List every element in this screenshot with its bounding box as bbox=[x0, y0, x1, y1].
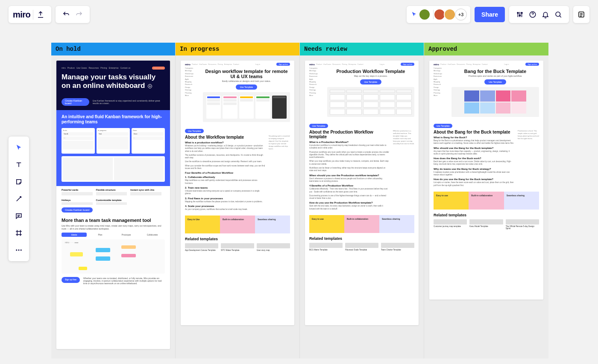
tabs: Ideate Plan Prototype Collaborate bbox=[62, 233, 165, 237]
template-preview bbox=[451, 87, 539, 117]
notes-button[interactable] bbox=[573, 6, 589, 23]
feature-tiles: Easy to use Built-in collaboration Seaml… bbox=[305, 215, 419, 233]
sticky-note-tool[interactable] bbox=[9, 173, 29, 190]
actions-group bbox=[509, 6, 569, 23]
cursor-icon bbox=[411, 11, 418, 18]
avatar[interactable] bbox=[419, 9, 431, 20]
avatar[interactable] bbox=[444, 9, 456, 20]
about-title: About the Production Workflow template bbox=[309, 130, 390, 139]
mindmap-preview: miro · · · · ●●● bbox=[62, 239, 165, 274]
card-title: Bang for the Buck Template bbox=[451, 69, 539, 74]
card-sub: Prioritize epics and stories as part of … bbox=[451, 75, 539, 77]
card-bang-for-buck[interactable]: miroProductUseCasesResourcesPricingEnter… bbox=[429, 61, 543, 300]
related-title: Related templates bbox=[185, 237, 290, 241]
blue-heading: An intuitive and fluid Kanban framework … bbox=[62, 114, 165, 125]
use-template-btn: Use Template bbox=[484, 79, 506, 84]
kanban-board[interactable]: On hold miroProductUse CasesResourcesPri… bbox=[51, 43, 548, 358]
select-tool[interactable] bbox=[9, 139, 29, 156]
help-icon[interactable] bbox=[526, 8, 539, 21]
share-button[interactable]: Share bbox=[475, 7, 505, 22]
comment-tool[interactable] bbox=[9, 207, 29, 224]
use-template-btn: Use Template bbox=[360, 79, 381, 84]
section2-sub: Use Miro with your team to create using … bbox=[62, 224, 165, 230]
undo-icon[interactable] bbox=[60, 8, 73, 21]
frame-tool[interactable] bbox=[9, 224, 29, 242]
hero-title: Manage your tasks visually on an online … bbox=[62, 73, 165, 90]
svg-point-3 bbox=[16, 250, 17, 251]
related-title: Related templates bbox=[434, 213, 539, 217]
svg-point-1 bbox=[556, 12, 560, 17]
upload-icon[interactable] bbox=[34, 8, 47, 21]
card-sub: Map out the key steps in a process. bbox=[327, 75, 414, 77]
card-title: Design workflow template for remote UI &… bbox=[203, 69, 290, 79]
left-toolbar bbox=[9, 137, 29, 261]
app-logo[interactable]: miro bbox=[13, 10, 33, 20]
kanban-preview: To doTask A···· In progressTask DoneDone… bbox=[62, 128, 165, 154]
avatar-overflow[interactable]: +3 bbox=[455, 9, 467, 20]
notifications-icon[interactable] bbox=[539, 8, 552, 21]
undo-redo-group bbox=[56, 6, 90, 23]
column-on-hold[interactable]: On hold miroProductUse CasesResourcesPri… bbox=[51, 43, 176, 358]
card-sub: Easily collaborate on designs and track … bbox=[203, 80, 290, 82]
card-kanban-landing[interactable]: miroProductUse CasesResourcesPricingEnte… bbox=[56, 61, 170, 349]
play-icon bbox=[148, 84, 152, 88]
about-title: About the Workflow template bbox=[185, 135, 265, 140]
sidebar-nav: CategoriesMeetingsWorkshopsBrainstormAgi… bbox=[434, 67, 448, 117]
search-icon[interactable] bbox=[552, 8, 565, 21]
sidebar-nav: CategoriesMeetingsWorkshopsBrainstormAgi… bbox=[309, 67, 324, 117]
sidebar-nav: CategoriesMeetingsWorkshopsBrainstormAgi… bbox=[185, 67, 199, 122]
signup-btn: Sign up free bbox=[62, 277, 80, 283]
topbar: miro +3 Share bbox=[0, 5, 598, 24]
column-header[interactable]: In progress bbox=[176, 43, 299, 55]
features: Powerful cards Flexible structure Instan… bbox=[56, 186, 170, 207]
about-title: About the Bang for the Buck template bbox=[434, 130, 514, 134]
footer-para: Whether your teams are co-located, distr… bbox=[83, 277, 165, 285]
column-header[interactable]: Needs review bbox=[300, 43, 424, 55]
template-preview bbox=[327, 87, 414, 117]
card-production-workflow[interactable]: miroProductUseCasesResourcesPricingEnter… bbox=[305, 61, 419, 325]
column-header[interactable]: On hold bbox=[51, 43, 175, 55]
column-header[interactable]: Approved bbox=[424, 43, 548, 55]
section2-title: More than a team task management tool bbox=[62, 218, 165, 223]
card-design-workflow[interactable]: miroProductUseCasesResourcesPricingEnter… bbox=[181, 61, 294, 325]
svg-point-5 bbox=[21, 250, 22, 251]
redo-icon[interactable] bbox=[73, 8, 85, 21]
card-title: Production Workflow Template bbox=[327, 69, 414, 74]
signup-pill: Sign up free bbox=[152, 67, 165, 70]
settings-icon[interactable] bbox=[513, 8, 526, 21]
text-tool[interactable] bbox=[9, 156, 29, 173]
svg-point-4 bbox=[18, 250, 20, 251]
feature-tiles: Easy to Use Built-in collaboration Seaml… bbox=[181, 215, 294, 233]
use-template-btn: Use Template bbox=[236, 84, 257, 90]
column-needs-review[interactable]: Needs review miroProductUseCasesResource… bbox=[300, 43, 424, 358]
column-in-progress[interactable]: In progress miroProductUseCasesResources… bbox=[176, 43, 300, 358]
more-tools[interactable] bbox=[9, 242, 29, 259]
logo-group: miro bbox=[9, 6, 51, 23]
related-title: Related templates bbox=[309, 236, 414, 241]
line-tool[interactable] bbox=[9, 190, 29, 207]
collaborators-group: +3 bbox=[407, 6, 470, 23]
feature-tiles: Easy to use Built-in collaboration Seaml… bbox=[429, 192, 543, 210]
hero-cta: Create Kanban board bbox=[62, 98, 89, 106]
hero-sub: Use Kanban framework to stay organized a… bbox=[93, 99, 165, 105]
column-approved[interactable]: Approved miroProductUseCasesResourcesPri… bbox=[424, 43, 548, 358]
template-preview bbox=[203, 92, 290, 122]
